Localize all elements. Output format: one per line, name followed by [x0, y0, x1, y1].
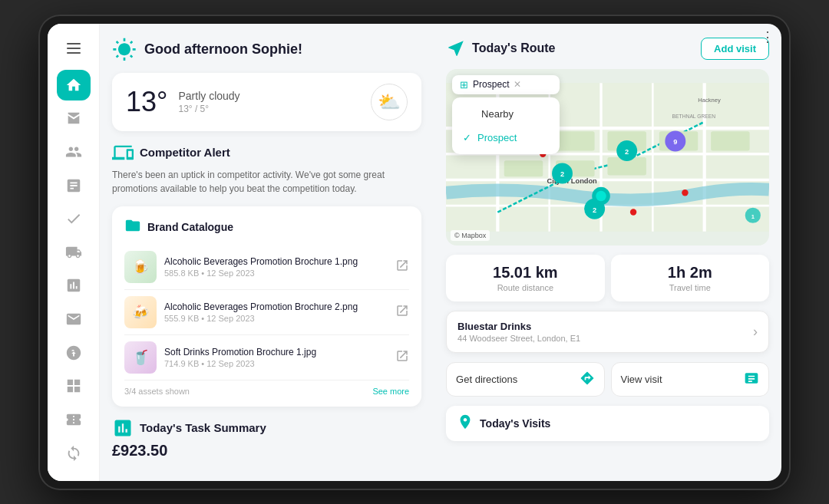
asset-item: 🍺 Alcoholic Beverages Promotion Brochure… — [124, 245, 409, 290]
route-distance-value: 15.01 km — [457, 264, 593, 282]
svg-text:1: 1 — [751, 212, 755, 219]
catalogue-title: Brand Catalogue — [147, 221, 233, 233]
main-content: Good afternoon Sophie! 13° Partly cloudy… — [100, 24, 781, 481]
sidebar-item-delivery[interactable] — [57, 237, 91, 268]
location-name: Bluestar Drinks — [457, 321, 580, 332]
sidebar-item-analytics[interactable] — [57, 271, 91, 301]
visit-label: View visit — [621, 374, 662, 385]
location-info: Bluestar Drinks 44 Woodseer Street, Lond… — [457, 321, 580, 343]
mapbox-attribution: © Mapbox — [451, 230, 490, 241]
location-card[interactable]: Bluestar Drinks 44 Woodseer Street, Lond… — [446, 311, 769, 353]
competitor-alert-text: There's been an uptick in competitor act… — [112, 168, 421, 196]
asset-item: 🍻 Alcoholic Beverages Promotion Brochure… — [124, 290, 409, 335]
asset-info-1: Alcoholic Beverages Promotion Brochure 1… — [164, 256, 388, 278]
dots-menu[interactable]: ⋮ — [761, 28, 775, 45]
task-summary-title: Today's Task Summary — [140, 421, 266, 434]
svg-text:9: 9 — [673, 138, 677, 146]
sidebar — [48, 24, 100, 481]
add-visit-button[interactable]: Add visit — [701, 38, 769, 60]
sidebar-item-sync[interactable] — [57, 438, 91, 469]
route-stats: 15.01 km Route distance 1h 2m Travel tim… — [446, 255, 769, 301]
visits-title: Today's Visits — [480, 417, 550, 430]
asset-info-2: Alcoholic Beverages Promotion Brochure 2… — [164, 301, 388, 323]
svg-text:Hackney: Hackney — [698, 97, 721, 104]
weather-info: Partly cloudy 13° / 5° — [178, 90, 239, 114]
get-directions-button[interactable]: Get directions — [446, 362, 604, 397]
asset-open-icon-1[interactable] — [395, 259, 409, 275]
filter-chip-label: Prospect — [473, 79, 509, 90]
svg-text:BETHNAL GREEN: BETHNAL GREEN — [672, 114, 716, 119]
asset-name-2: Alcoholic Beverages Promotion Brochure 2… — [164, 301, 388, 312]
left-panel: Good afternoon Sophie! 13° Partly cloudy… — [100, 24, 434, 481]
hamburger-menu[interactable] — [60, 36, 88, 61]
svg-rect-12 — [504, 160, 543, 176]
asset-name-1: Alcoholic Beverages Promotion Brochure 1… — [164, 256, 388, 267]
sidebar-item-people[interactable] — [57, 137, 91, 167]
asset-open-icon-2[interactable] — [395, 304, 409, 321]
route-time-label: Travel time — [622, 283, 758, 292]
visits-icon — [457, 413, 474, 433]
svg-point-33 — [682, 189, 688, 196]
filter-chip-close[interactable]: ✕ — [514, 79, 521, 90]
asset-thumbnail-2: 🍻 — [124, 296, 157, 328]
route-header: Today's Route Add visit — [446, 38, 769, 60]
catalogue-icon — [124, 217, 141, 237]
location-chevron-icon: › — [753, 324, 758, 340]
view-visit-button[interactable]: View visit — [611, 362, 769, 397]
svg-point-32 — [630, 209, 636, 215]
catalogue-footer: 3/4 assets shown See more — [124, 387, 409, 396]
asset-thumbnail-1: 🍺 — [124, 251, 157, 283]
greeting-text: Good afternoon Sophie! — [144, 41, 302, 58]
asset-meta-1: 585.8 KB • 12 Sep 2023 — [164, 268, 388, 278]
sidebar-item-grid[interactable] — [57, 371, 91, 402]
asset-open-icon-3[interactable] — [395, 349, 409, 366]
assets-shown-text: 3/4 assets shown — [124, 387, 190, 396]
location-address: 44 Woodseer Street, London, E1 — [457, 334, 580, 343]
svg-rect-11 — [556, 131, 595, 150]
sidebar-item-money[interactable] — [57, 338, 91, 368]
asset-name-3: Soft Drinks Promotion Brochure 1.jpg — [164, 347, 388, 357]
filter-dropdown: Nearby ✓ Prospect — [452, 97, 560, 154]
task-icon — [112, 417, 134, 439]
filter-option-nearby[interactable]: Nearby — [452, 102, 560, 126]
route-title-row: Today's Route — [446, 38, 555, 58]
weather-range: 13° / 5° — [178, 104, 239, 114]
asset-info-3: Soft Drinks Promotion Brochure 1.jpg 714… — [164, 347, 388, 368]
route-title: Today's Route — [472, 41, 555, 55]
svg-text:2: 2 — [560, 170, 564, 178]
svg-point-30 — [596, 190, 606, 200]
sidebar-item-home[interactable] — [57, 70, 91, 100]
sidebar-item-store[interactable] — [57, 104, 91, 134]
sidebar-item-ticket[interactable] — [57, 404, 91, 435]
directions-icon — [580, 371, 595, 388]
sidebar-item-mail[interactable] — [57, 304, 91, 334]
sun-icon — [112, 38, 137, 62]
sidebar-item-tasks[interactable] — [57, 203, 91, 234]
filter-chip-icon: ⊞ — [460, 79, 468, 91]
asset-item: 🥤 Soft Drinks Promotion Brochure 1.jpg 7… — [124, 335, 409, 380]
svg-text:2: 2 — [625, 147, 629, 155]
competitor-alert-title: Competitor Alert — [140, 146, 230, 159]
route-icon — [446, 38, 466, 58]
competitor-icon — [112, 142, 134, 163]
directions-label: Get directions — [456, 374, 517, 385]
weather-card: 13° Partly cloudy 13° / 5° ⛅ — [112, 73, 421, 131]
filter-nearby-label: Nearby — [481, 108, 514, 120]
asset-meta-3: 714.9 KB • 12 Sep 2023 — [164, 359, 388, 368]
see-more-link[interactable]: See more — [372, 387, 409, 396]
visit-icon — [744, 371, 759, 388]
weather-description: Partly cloudy — [178, 90, 239, 102]
sidebar-item-orders[interactable] — [57, 170, 91, 201]
competitor-alert-header: Competitor Alert — [112, 142, 421, 163]
competitor-alert-section: Competitor Alert There's been an uptick … — [112, 142, 421, 196]
action-row: Get directions View visit — [446, 362, 769, 397]
task-summary-section: Today's Task Summary £923.50 — [112, 417, 421, 460]
weather-left: 13° Partly cloudy 13° / 5° — [126, 86, 240, 118]
filter-chip[interactable]: ⊞ Prospect ✕ — [452, 75, 560, 94]
catalogue-header: Brand Catalogue — [124, 217, 409, 237]
svg-rect-17 — [711, 131, 750, 150]
filter-overlay: ⊞ Prospect ✕ Nearby ✓ Prospect — [452, 75, 560, 154]
brand-catalogue-card: Brand Catalogue 🍺 Alcoholic Beverages Pr… — [112, 206, 421, 407]
filter-option-prospect[interactable]: ✓ Prospect — [452, 126, 560, 150]
weather-temperature: 13° — [126, 86, 167, 118]
